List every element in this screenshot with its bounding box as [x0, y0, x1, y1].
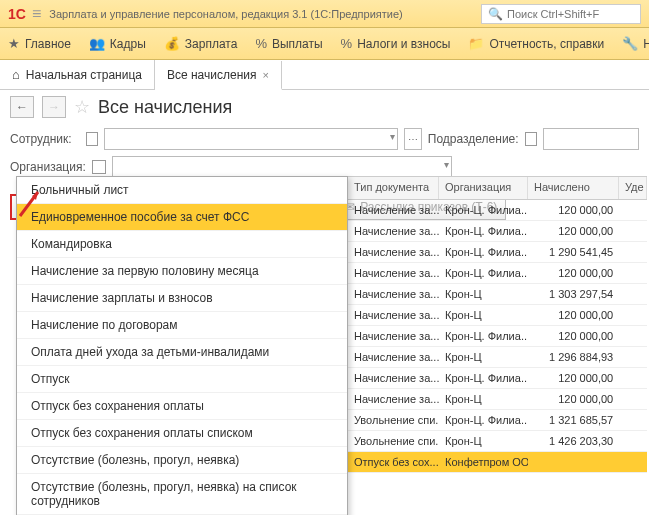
cell-withheld: [619, 313, 647, 317]
app-title: Зарплата и управление персоналом, редакц…: [49, 8, 402, 20]
cell-doc: Начисление за...: [348, 307, 439, 323]
table-row[interactable]: Начисление за...Крон-Ц. Филиа...120 000,…: [348, 221, 647, 242]
cell-withheld: [619, 292, 647, 296]
table-row[interactable]: Начисление за...Крон-Ц1 303 297,54: [348, 284, 647, 305]
cell-org: Конфетпром ООО: [439, 454, 528, 470]
table-row[interactable]: Начисление за...Крон-Ц. Филиа...120 000,…: [348, 326, 647, 347]
hamburger-icon[interactable]: ≡: [32, 5, 41, 23]
org-checkbox[interactable]: [92, 160, 106, 174]
search-icon: 🔍: [488, 7, 503, 21]
dropdown-item[interactable]: Начисление за первую половину месяца: [17, 258, 347, 285]
dropdown-item[interactable]: Отпуск: [17, 366, 347, 393]
star-icon: ★: [8, 36, 20, 51]
cell-sum: 1 290 541,45: [528, 244, 619, 260]
division-checkbox[interactable]: [525, 132, 537, 146]
cell-sum: 1 321 685,57: [528, 412, 619, 428]
cell-sum: 120 000,00: [528, 202, 619, 218]
search-input[interactable]: [507, 8, 634, 20]
tab-home[interactable]: ⌂ Начальная страница: [0, 60, 155, 89]
dropdown-item[interactable]: Оплата дней ухода за детьми-инвалидами: [17, 339, 347, 366]
table-row[interactable]: Начисление за...Крон-Ц. Филиа...1 290 54…: [348, 242, 647, 263]
table-row[interactable]: Отпуск без сох...Конфетпром ООО: [348, 452, 647, 473]
division-input[interactable]: [543, 128, 639, 150]
main-menu: ★Главное 👥Кадры 💰Зарплата %Выплаты %Нало…: [0, 28, 649, 60]
cell-org: Крон-Ц: [439, 433, 528, 449]
cell-org: Крон-Ц. Филиа...: [439, 223, 528, 239]
cell-sum: 1 426 203,30: [528, 433, 619, 449]
menu-main[interactable]: ★Главное: [8, 36, 71, 51]
logo-1c: 1C: [8, 6, 26, 22]
cell-withheld: [619, 229, 647, 233]
dropdown-item[interactable]: Единовременное пособие за счет ФСС: [17, 204, 347, 231]
org-input[interactable]: ▾: [112, 156, 452, 178]
table-row[interactable]: Начисление за...Крон-Ц120 000,00: [348, 305, 647, 326]
search-box[interactable]: 🔍: [481, 4, 641, 24]
table-row[interactable]: Увольнение спи...Крон-Ц1 426 203,30: [348, 431, 647, 452]
col-accrued[interactable]: Начислено: [528, 177, 619, 199]
menu-staff[interactable]: 👥Кадры: [89, 36, 146, 51]
employee-picker-button[interactable]: ⋯: [404, 128, 421, 150]
menu-settings[interactable]: 🔧Настройка: [622, 36, 649, 51]
table-row[interactable]: Начисление за...Крон-Ц. Филиа...120 000,…: [348, 200, 647, 221]
tab-bar: ⌂ Начальная страница Все начисления ×: [0, 60, 649, 90]
table-row[interactable]: Начисление за...Крон-Ц. Филиа...120 000,…: [348, 263, 647, 284]
menu-taxes[interactable]: %Налоги и взносы: [341, 36, 451, 51]
cell-withheld: [619, 418, 647, 422]
favorite-star-icon[interactable]: ☆: [74, 96, 90, 118]
cell-org: Крон-Ц. Филиа...: [439, 412, 528, 428]
table-row[interactable]: Увольнение спи...Крон-Ц. Филиа...1 321 6…: [348, 410, 647, 431]
table-row[interactable]: Начисление за...Крон-Ц120 000,00: [348, 389, 647, 410]
cell-withheld: [619, 250, 647, 254]
dropdown-item[interactable]: Командировка: [17, 231, 347, 258]
cell-sum: 120 000,00: [528, 370, 619, 386]
menu-reports[interactable]: 📁Отчетность, справки: [468, 36, 604, 51]
cell-doc: Начисление за...: [348, 328, 439, 344]
cell-sum: [528, 460, 619, 464]
nav-forward-button[interactable]: →: [42, 96, 66, 118]
home-icon: ⌂: [12, 67, 20, 82]
col-doc-type[interactable]: Тип документа: [348, 177, 439, 199]
cell-withheld: [619, 334, 647, 338]
table-row[interactable]: Начисление за...Крон-Ц. Филиа...120 000,…: [348, 368, 647, 389]
cell-doc: Увольнение спи...: [348, 412, 439, 428]
dropdown-item[interactable]: Отсутствие (болезнь, прогул, неявка) на …: [17, 474, 347, 515]
cell-doc: Отпуск без сох...: [348, 454, 439, 470]
employee-checkbox[interactable]: [86, 132, 98, 146]
titlebar: 1C ≡ Зарплата и управление персоналом, р…: [0, 0, 649, 28]
employee-label: Сотрудник:: [10, 132, 80, 146]
cell-doc: Начисление за...: [348, 391, 439, 407]
cell-sum: 120 000,00: [528, 328, 619, 344]
dropdown-item[interactable]: Отсутствие (болезнь, прогул, неявка): [17, 447, 347, 474]
cell-withheld: [619, 208, 647, 212]
dropdown-item[interactable]: Больничный лист: [17, 177, 347, 204]
tab-accruals[interactable]: Все начисления ×: [155, 61, 282, 90]
cell-withheld: [619, 460, 647, 464]
cell-sum: 1 296 884,93: [528, 349, 619, 365]
dropdown-item[interactable]: Начисление зарплаты и взносов: [17, 285, 347, 312]
cell-sum: 120 000,00: [528, 265, 619, 281]
dropdown-item[interactable]: Отпуск без сохранения оплаты списком: [17, 420, 347, 447]
create-dropdown: Больничный листЕдиновременное пособие за…: [16, 176, 348, 515]
cell-sum: 120 000,00: [528, 391, 619, 407]
page-header: ← → ☆ Все начисления: [0, 90, 649, 124]
menu-salary[interactable]: 💰Зарплата: [164, 36, 238, 51]
dropdown-item[interactable]: Отпуск без сохранения оплаты: [17, 393, 347, 420]
col-withheld[interactable]: Уде: [619, 177, 647, 199]
menu-payments[interactable]: %Выплаты: [255, 36, 322, 51]
cell-doc: Начисление за...: [348, 202, 439, 218]
cell-org: Крон-Ц: [439, 307, 528, 323]
dropdown-item[interactable]: Начисление по договорам: [17, 312, 347, 339]
cell-org: Крон-Ц. Филиа...: [439, 244, 528, 260]
cell-sum: 1 303 297,54: [528, 286, 619, 302]
wrench-icon: 🔧: [622, 36, 638, 51]
col-org[interactable]: Организация: [439, 177, 528, 199]
cell-org: Крон-Ц. Филиа...: [439, 370, 528, 386]
close-icon[interactable]: ×: [262, 69, 268, 81]
cell-org: Крон-Ц. Филиа...: [439, 265, 528, 281]
employee-input[interactable]: ▾: [104, 128, 398, 150]
table-row[interactable]: Начисление за...Крон-Ц1 296 884,93: [348, 347, 647, 368]
percent-icon: %: [255, 36, 267, 51]
cell-sum: 120 000,00: [528, 223, 619, 239]
chevron-down-icon: ▾: [390, 131, 395, 142]
nav-back-button[interactable]: ←: [10, 96, 34, 118]
